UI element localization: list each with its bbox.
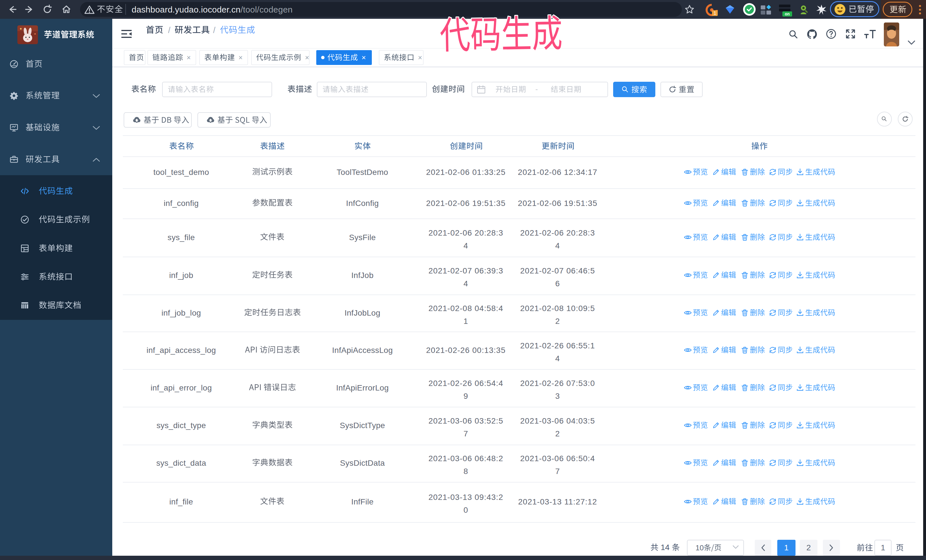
svg-text:on: on bbox=[785, 12, 790, 16]
svg-text:1: 1 bbox=[714, 11, 716, 16]
